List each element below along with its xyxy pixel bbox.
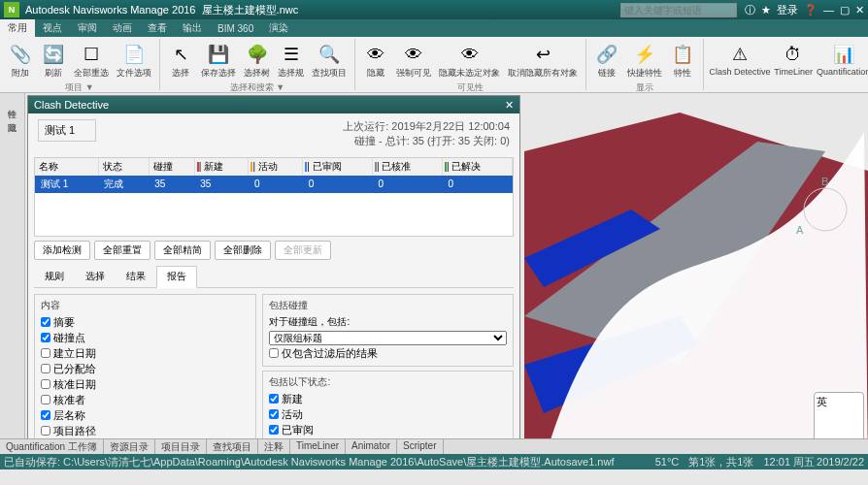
status-check[interactable]: 新建 bbox=[269, 392, 507, 406]
tab-animation[interactable]: 动画 bbox=[105, 19, 140, 37]
subtab-report[interactable]: 报告 bbox=[156, 266, 197, 288]
content-check[interactable]: 核准者 bbox=[41, 393, 250, 407]
timeliner-button[interactable]: ⏱TimeLiner bbox=[774, 41, 813, 79]
reselect-button[interactable]: ☐全部重选 bbox=[72, 41, 111, 81]
star-icon[interactable]: ★ bbox=[761, 4, 771, 16]
svg-text:B: B bbox=[821, 176, 828, 187]
select-button[interactable]: ↖选择 bbox=[166, 41, 195, 81]
content-check[interactable]: 核准日期 bbox=[41, 377, 250, 392]
append-button[interactable]: 📎附加 bbox=[6, 41, 35, 81]
tab-view[interactable]: 查看 bbox=[140, 19, 175, 37]
login-button[interactable]: 登录 bbox=[777, 3, 798, 17]
group-select[interactable]: 仅限组标题 bbox=[269, 331, 507, 345]
tab-output[interactable]: 输出 bbox=[175, 19, 210, 37]
close-icon[interactable]: ✕ bbox=[855, 4, 864, 16]
find-items-button[interactable]: 🔍查找项目 bbox=[310, 41, 349, 81]
content-check[interactable]: 摘要 bbox=[41, 315, 250, 330]
content-check[interactable]: 已分配给 bbox=[41, 362, 250, 376]
clock-day: 周五 bbox=[793, 455, 815, 469]
test-name[interactable]: 测试 1 bbox=[38, 119, 96, 142]
filter-checkbox[interactable] bbox=[269, 348, 279, 358]
info-icon[interactable]: ⓘ bbox=[745, 3, 755, 17]
col-reviewed[interactable]: | 已审阅 bbox=[303, 158, 373, 176]
props-button[interactable]: 📋特性 bbox=[668, 41, 697, 81]
bottom-tab[interactable]: 项目目录 bbox=[155, 439, 207, 454]
tab-review[interactable]: 审阅 bbox=[70, 19, 105, 37]
last-run-label: 上次运行: 2019年2月22日 12:00:04 bbox=[343, 119, 510, 134]
bolt-icon: ⚡ bbox=[633, 43, 656, 66]
require-button[interactable]: 👁强制可见 bbox=[394, 41, 433, 81]
file-options-button[interactable]: 📄文件选项 bbox=[115, 41, 153, 81]
bottom-tab[interactable]: 注释 bbox=[258, 439, 290, 454]
select-tree-button[interactable]: 🌳选择树 bbox=[242, 41, 272, 81]
bottom-tab[interactable]: Scripter bbox=[397, 439, 443, 454]
clash-detective-button[interactable]: ⚠Clash Detective bbox=[710, 41, 770, 79]
include-title: 包括碰撞 bbox=[269, 299, 507, 312]
bottom-tab[interactable]: TimeLiner bbox=[290, 439, 346, 454]
rule-icon: ☰ bbox=[280, 43, 303, 66]
status-check[interactable]: 活动 bbox=[269, 407, 507, 422]
table-row[interactable]: 测试 1 完成 35 35 0 0 0 0 bbox=[35, 176, 513, 193]
left-sidebar: 特性 隐藏 bbox=[0, 93, 25, 452]
col-name[interactable]: 名称 bbox=[35, 158, 98, 176]
quantification-button[interactable]: 📊Quantification bbox=[817, 41, 868, 79]
eye-off-icon: 👁 bbox=[458, 43, 482, 66]
hide-button[interactable]: 👁隐藏 bbox=[361, 41, 390, 81]
tab-bim360[interactable]: BIM 360 bbox=[210, 19, 261, 37]
col-clashes[interactable]: 碰撞 bbox=[149, 158, 194, 176]
clock-time: 12:01 bbox=[764, 456, 791, 468]
save-select-button[interactable]: 💾保存选择 bbox=[199, 41, 238, 81]
main-tabs: 常用 视点 审阅 动画 查看 输出 BIM 360 演染 bbox=[0, 19, 868, 37]
reselect-icon: ☐ bbox=[80, 43, 103, 66]
status-check[interactable]: 已审阅 bbox=[269, 423, 507, 437]
app-logo: N bbox=[4, 2, 19, 17]
find-icon: 🔍 bbox=[317, 43, 341, 66]
content-check[interactable]: 层名称 bbox=[41, 408, 250, 423]
refresh-icon: 🔄 bbox=[42, 43, 65, 66]
help-icon[interactable]: ❓ bbox=[804, 4, 818, 16]
subtab-rules[interactable]: 规则 bbox=[34, 266, 75, 287]
col-new[interactable]: | 新建 bbox=[194, 158, 249, 176]
reset-all-button[interactable]: 全部重置 bbox=[94, 241, 150, 260]
titlebar: N Autodesk Navisworks Manage 2016 屋主楼土建模… bbox=[0, 0, 868, 19]
maximize-icon[interactable]: ▢ bbox=[840, 4, 850, 16]
clash-summary: 碰撞 - 总计: 35 (打开: 35 关闭: 0) bbox=[343, 134, 510, 148]
bottom-tab[interactable]: 资源目录 bbox=[104, 439, 155, 454]
bottom-tab[interactable]: 查找项目 bbox=[207, 439, 258, 454]
delete-all-button[interactable]: 全部删除 bbox=[215, 241, 271, 260]
tab-render[interactable]: 演染 bbox=[261, 19, 296, 37]
props-icon: 📋 bbox=[671, 43, 694, 66]
update-all-button[interactable]: 全部更新 bbox=[275, 241, 331, 260]
tab-viewpoint[interactable]: 视点 bbox=[35, 19, 70, 37]
subtab-select[interactable]: 选择 bbox=[75, 266, 116, 287]
col-status[interactable]: 状态 bbox=[98, 158, 149, 176]
add-test-button[interactable]: 添加检测 bbox=[34, 241, 90, 260]
tab-home[interactable]: 常用 bbox=[0, 19, 35, 37]
col-active[interactable]: | 活动 bbox=[249, 158, 303, 176]
subtab-results[interactable]: 结果 bbox=[116, 266, 156, 287]
sidebar-item[interactable]: 隐藏 bbox=[6, 113, 18, 120]
bottom-tab[interactable]: Animator bbox=[346, 439, 397, 454]
minimize-icon[interactable]: — bbox=[823, 4, 834, 16]
panel-close-icon[interactable]: ✕ bbox=[505, 99, 514, 112]
select-rule-button[interactable]: ☰选择规 bbox=[276, 41, 306, 81]
col-resolved[interactable]: | 已解决 bbox=[442, 158, 512, 176]
quick-props-button[interactable]: ⚡快捷特性 bbox=[625, 41, 664, 81]
sidebar-item[interactable]: 特性 bbox=[6, 99, 18, 107]
col-approved[interactable]: | 已核准 bbox=[373, 158, 443, 176]
undo-icon: ↩ bbox=[531, 43, 554, 66]
unhide-all-button[interactable]: ↩取消隐藏所有对象 bbox=[506, 41, 580, 81]
status-title: 包括以下状态: bbox=[269, 375, 507, 389]
content-check[interactable]: 碰撞点 bbox=[41, 331, 250, 345]
hide-unselected-button[interactable]: 👁隐藏未选定对象 bbox=[437, 41, 502, 81]
cursor-icon: ↖ bbox=[169, 43, 192, 66]
clock-icon: ⏱ bbox=[782, 43, 805, 66]
ime-avatar[interactable]: 英 bbox=[814, 392, 864, 442]
search-input[interactable] bbox=[620, 3, 737, 17]
content-check[interactable]: 建立日期 bbox=[41, 346, 250, 361]
content-check[interactable]: 项目路径 bbox=[41, 424, 250, 438]
compact-all-button[interactable]: 全部精简 bbox=[154, 241, 211, 260]
refresh-button[interactable]: 🔄刷新 bbox=[39, 41, 68, 81]
links-button[interactable]: 🔗链接 bbox=[592, 41, 621, 81]
bottom-tab[interactable]: Quantification 工作簿 bbox=[0, 439, 104, 454]
